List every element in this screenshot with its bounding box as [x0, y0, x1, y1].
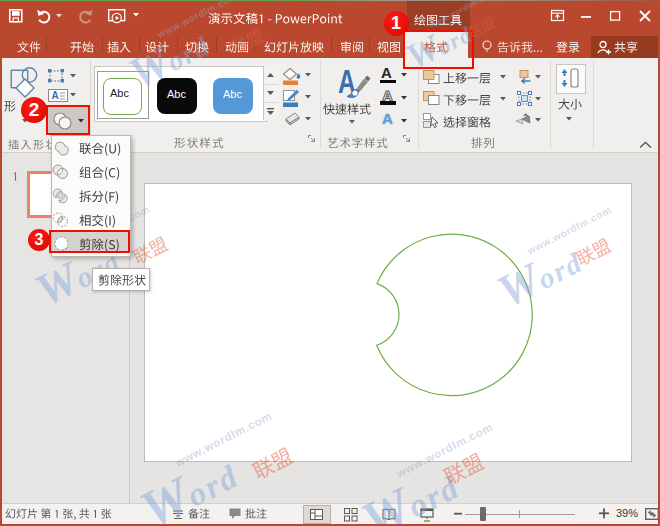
- svg-text:A: A: [52, 90, 59, 101]
